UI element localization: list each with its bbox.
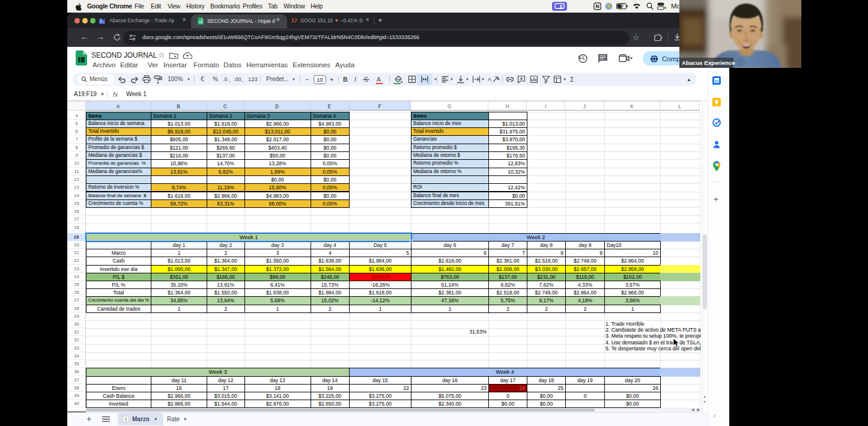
svg-text:31: 31 [715, 79, 719, 83]
